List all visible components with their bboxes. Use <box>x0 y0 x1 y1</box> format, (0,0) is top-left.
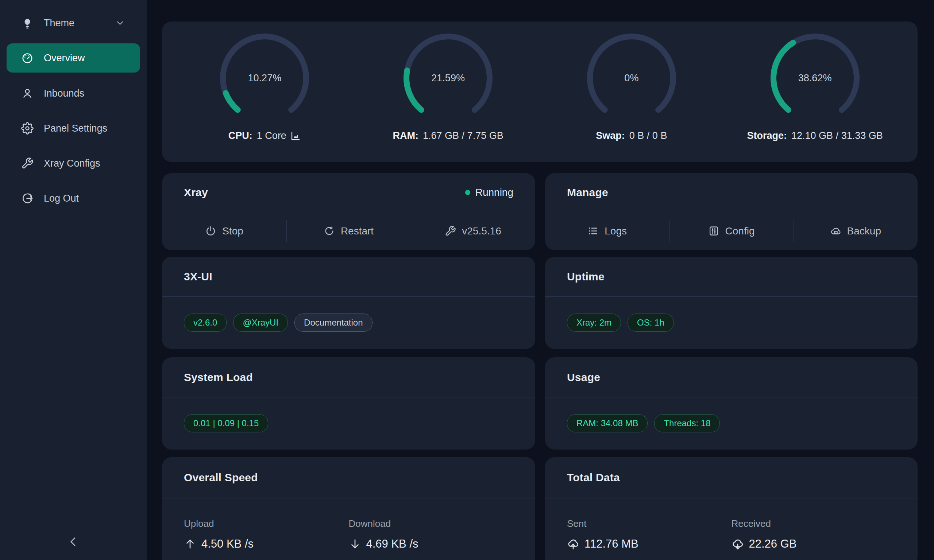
config-button[interactable]: Config <box>669 212 793 250</box>
swap-percent: 0% <box>587 33 677 123</box>
sidebar-item-panel-settings[interactable]: Panel Settings <box>6 114 140 143</box>
sidebar-item-label: Log Out <box>44 193 79 204</box>
sent-value: 112.76 MB <box>584 537 638 551</box>
sidebar-item-xray-configs[interactable]: Xray Configs <box>6 149 140 178</box>
upload-speed-stat: Upload 4.50 KB /s <box>184 518 349 551</box>
threads-badge: Threads: 18 <box>654 414 720 432</box>
restart-button[interactable]: Restart <box>287 212 411 250</box>
sidebar: Theme Overview In <box>0 0 146 560</box>
swap-gauge: 0% Swap:0 B / 0 B <box>540 33 723 142</box>
storage-percent: 38.62% <box>770 33 860 123</box>
ram-label: RAM:1.67 GB / 7.75 GB <box>393 130 504 142</box>
xray-status-badge: Running <box>465 187 513 198</box>
download-speed-stat: Download 4.69 KB /s <box>349 518 514 551</box>
cloud-server-icon <box>830 225 842 237</box>
dashboard-page: Theme Overview In <box>0 0 934 560</box>
area-chart-icon[interactable] <box>290 131 301 142</box>
sidebar-collapse-button[interactable] <box>0 531 146 554</box>
sidebar-item-inbounds[interactable]: Inbounds <box>6 79 140 108</box>
download-value: 4.69 KB /s <box>366 537 418 551</box>
xray-version-button[interactable]: v25.5.16 <box>411 212 535 250</box>
received-value: 22.26 GB <box>749 537 797 551</box>
xray-uptime-badge: Xray: 2m <box>567 314 621 332</box>
cpu-gauge: 10.27% CPU:1 Core <box>173 33 356 142</box>
gauge-icon <box>21 52 34 64</box>
cloud-upload-icon <box>567 538 580 550</box>
swap-gauge-ring: 0% <box>587 33 677 123</box>
usage-card-title: Usage <box>567 371 600 383</box>
sidebar-item-label: Overview <box>44 52 85 64</box>
upload-value: 4.50 KB /s <box>201 537 254 551</box>
arrow-up-icon <box>184 538 196 550</box>
lightbulb-icon <box>21 17 34 29</box>
usage-card: Usage RAM: 34.08 MB Threads: 18 <box>545 357 918 449</box>
logout-icon <box>21 192 34 205</box>
backup-button[interactable]: Backup <box>794 212 918 250</box>
overall-speed-card: Overall Speed Upload 4.50 KB /s Download <box>162 457 535 560</box>
chevron-down-icon <box>114 17 125 28</box>
storage-label: Storage:12.10 GB / 31.33 GB <box>747 130 883 142</box>
sidebar-item-label: Inbounds <box>44 88 84 99</box>
ram-percent: 21.59% <box>403 33 493 123</box>
sidebar-item-label: Panel Settings <box>44 123 107 134</box>
cpu-label: CPU:1 Core <box>228 130 301 142</box>
system-load-card-title: System Load <box>184 371 253 383</box>
wrench-icon <box>21 157 34 169</box>
manage-card-title: Manage <box>567 186 608 199</box>
uptime-card-title: Uptime <box>567 271 604 283</box>
received-label: Received <box>732 518 896 529</box>
os-uptime-badge: OS: 1h <box>627 314 674 332</box>
upload-label: Upload <box>184 518 349 529</box>
sidebar-item-log-out[interactable]: Log Out <box>6 184 140 213</box>
status-dot <box>465 190 470 195</box>
storage-gauge: 38.62% Storage:12.10 GB / 31.33 GB <box>723 33 907 142</box>
list-icon <box>587 225 599 237</box>
ram-gauge-ring: 21.59% <box>403 33 493 123</box>
storage-gauge-ring: 38.62% <box>770 33 860 123</box>
download-label: Download <box>349 518 514 529</box>
ram-usage-badge: RAM: 34.08 MB <box>567 414 647 432</box>
sent-stat: Sent 112.76 MB <box>567 518 732 551</box>
xui-card: 3X-UI v2.6.0 @XrayUI Documentation <box>162 257 535 349</box>
load-average-badge: 0.01 | 0.09 | 0.15 <box>184 414 268 432</box>
total-data-card: Total Data Sent 112.76 MB Received <box>545 457 918 560</box>
stop-button[interactable]: Stop <box>162 212 287 250</box>
system-load-card: System Load 0.01 | 0.09 | 0.15 <box>162 357 535 449</box>
uptime-card: Uptime Xray: 2m OS: 1h <box>545 257 918 349</box>
chevron-left-icon <box>66 535 80 550</box>
wrench-icon <box>445 225 456 237</box>
sliders-icon <box>708 225 720 237</box>
sidebar-item-label: Xray Configs <box>44 158 100 169</box>
xui-card-title: 3X-UI <box>184 271 212 283</box>
restart-icon <box>324 225 335 237</box>
total-data-card-title: Total Data <box>567 471 620 484</box>
gear-icon <box>21 122 34 135</box>
swap-label: Swap:0 B / 0 B <box>596 130 667 142</box>
theme-menu[interactable]: Theme <box>6 8 140 38</box>
cloud-download-icon <box>732 538 744 550</box>
logs-button[interactable]: Logs <box>545 212 669 250</box>
sidebar-item-overview[interactable]: Overview <box>6 43 140 72</box>
ram-gauge: 21.59% RAM:1.67 GB / 7.75 GB <box>356 33 540 142</box>
arrow-down-icon <box>349 538 361 550</box>
xrayui-link-badge[interactable]: @XrayUI <box>233 314 288 332</box>
documentation-link-badge[interactable]: Documentation <box>294 314 372 332</box>
theme-label: Theme <box>44 17 74 29</box>
xray-card: Xray Running Stop <box>162 173 535 250</box>
cpu-gauge-ring: 10.27% <box>220 33 310 123</box>
system-gauges-card: 10.27% CPU:1 Core <box>162 22 918 162</box>
power-icon <box>205 225 216 237</box>
version-badge[interactable]: v2.6.0 <box>184 314 227 332</box>
xray-card-title: Xray <box>184 186 208 199</box>
manage-card: Manage Logs <box>545 173 918 250</box>
user-icon <box>21 87 34 100</box>
overall-speed-card-title: Overall Speed <box>184 471 258 484</box>
received-stat: Received 22.26 GB <box>732 518 896 551</box>
cpu-percent: 10.27% <box>220 33 310 123</box>
sent-label: Sent <box>567 518 732 529</box>
